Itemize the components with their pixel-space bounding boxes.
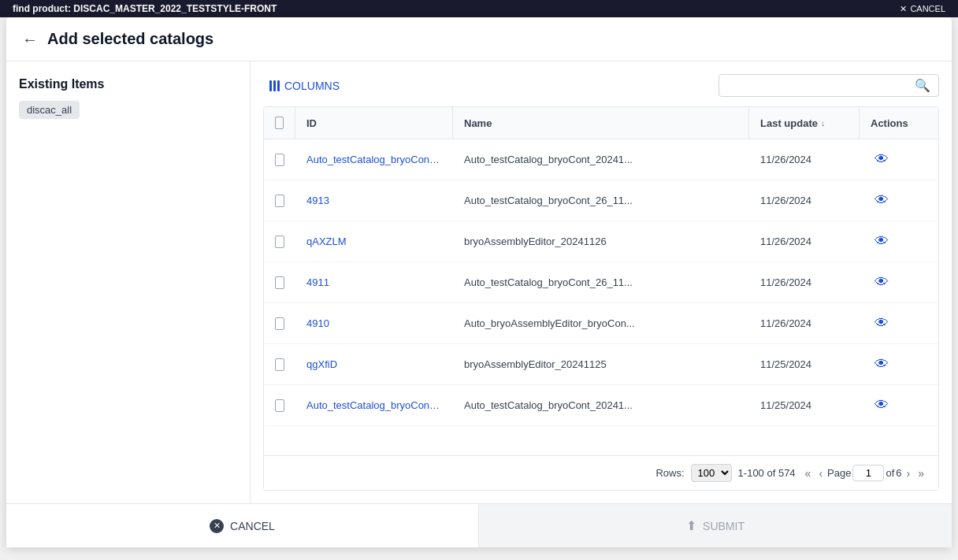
row-id-link[interactable]: Auto_testCatalog_bryoCont2024... [306,154,442,165]
view-icon[interactable]: 👁 [871,395,893,417]
view-icon[interactable]: 👁 [871,190,893,212]
sidebar: Existing Items discac_all [6,61,251,503]
table-body: Auto_testCatalog_bryoCont2024... Auto_te… [264,139,938,455]
row-select-checkbox[interactable] [275,358,284,371]
row-id-link[interactable]: qAXZLM [306,235,347,247]
row-name: Auto_testCatalog_bryoCont_26_11... [453,187,749,214]
row-select-checkbox[interactable] [275,195,284,207]
row-name: bryoAssemblyEditor_20241126 [453,228,749,255]
pagination-range: 1-100 of 574 [738,467,796,479]
search-input[interactable] [727,80,915,92]
row-select-checkbox[interactable] [275,154,284,166]
row-select-checkbox[interactable] [275,317,284,330]
sort-icon: ↓ [821,118,826,128]
row-last-update: 11/26/2024 [749,187,860,214]
cancel-button[interactable]: ✕ CANCEL [6,504,479,547]
table-row: 4911 Auto_testCatalog_bryoCont_26_11... … [264,262,938,303]
row-actions: 👁 [860,305,938,343]
top-bar: find product: DISCAC_MASTER_2022_TESTSTY… [0,0,958,17]
table-row: qgXfiD bryoAssemblyEditor_20241125 11/25… [264,344,938,385]
prev-page-button[interactable]: ‹ [815,465,826,481]
row-last-update: 11/25/2024 [749,350,860,378]
row-select-checkbox[interactable] [275,399,284,412]
data-table: ID Name Last update ↓ Actions [263,106,939,491]
columns-icon [269,80,280,91]
row-checkbox [264,187,295,215]
close-icon: ✕ [900,4,907,14]
row-last-update: 11/26/2024 [749,269,860,296]
dialog-body: Existing Items discac_all COLUMNS 🔍 [6,61,952,503]
back-button[interactable]: ← [22,32,38,47]
sidebar-title: Existing Items [19,77,237,91]
table-row: Auto_testCatalog_bryoCont2024... Auto_te… [264,139,938,180]
columns-label: COLUMNS [284,80,340,92]
dialog-footer: ✕ CANCEL ⬆ SUBMIT [6,503,952,547]
th-id: ID [295,107,453,139]
row-select-checkbox[interactable] [275,276,284,289]
row-id-link[interactable]: 4910 [306,317,329,329]
top-bar-cancel-btn[interactable]: ✕ CANCEL [900,4,945,14]
select-all-checkbox[interactable] [275,117,284,129]
row-id: qgXfiD [295,350,453,378]
upload-icon: ⬆ [686,518,696,533]
pagination-nav: « ‹ Page of 6 › » [802,465,927,481]
row-select-checkbox[interactable] [275,235,284,248]
rows-select[interactable]: 100 [691,464,732,482]
row-name: Auto_testCatalog_bryoCont_20241... [453,391,749,419]
row-id-link[interactable]: 4911 [306,276,329,288]
row-id: qAXZLM [295,228,453,255]
dialog-title: Add selected catalogs [47,30,214,48]
row-actions: 👁 [860,141,938,179]
row-actions: 👁 [860,346,938,384]
next-page-button[interactable]: › [904,465,914,481]
row-id-link[interactable]: Auto_testCatalog_bryoCont2024 [306,399,442,411]
view-icon[interactable]: 👁 [871,149,893,171]
view-icon[interactable]: 👁 [871,231,893,253]
row-last-update: 11/26/2024 [749,228,860,255]
top-bar-cancel-label: CANCEL [910,4,945,13]
th-last-update[interactable]: Last update ↓ [749,107,860,139]
cancel-label: CANCEL [230,520,275,532]
search-icon: 🔍 [915,78,930,93]
table-row: 4913 Auto_testCatalog_bryoCont_26_11... … [264,180,938,221]
row-last-update: 11/26/2024 [749,310,860,337]
row-id: Auto_testCatalog_bryoCont2024 [295,391,453,419]
pagination: Rows: 100 1-100 of 574 « ‹ Page of 6 › » [264,455,938,490]
of-label: of [886,467,894,479]
search-box: 🔍 [718,74,939,97]
top-bar-title: find product: DISCAC_MASTER_2022_TESTSTY… [13,3,277,14]
cancel-circle-icon: ✕ [210,519,224,533]
submit-label: SUBMIT [703,520,744,532]
view-icon[interactable]: 👁 [871,354,893,376]
rows-label: Rows: [655,467,684,479]
table-area: COLUMNS 🔍 ID Name [251,61,952,503]
row-id-link[interactable]: 4913 [306,195,329,206]
row-id: Auto_testCatalog_bryoCont2024... [295,146,453,173]
row-name: Auto_testCatalog_bryoCont_20241... [453,146,749,173]
submit-button[interactable]: ⬆ SUBMIT [479,504,952,547]
row-id: 4911 [295,269,453,296]
row-name: bryoAssemblyEditor_20241125 [453,350,749,378]
page-input[interactable] [852,465,884,481]
view-icon[interactable]: 👁 [871,313,893,335]
th-name: Name [453,107,749,139]
columns-button[interactable]: COLUMNS [263,76,346,95]
last-page-button[interactable]: » [915,465,927,481]
table-row: Auto_testCatalog_bryoCont2024 Auto_testC… [264,385,938,426]
table-row: qAXZLM bryoAssemblyEditor_20241126 11/26… [264,221,938,262]
row-actions: 👁 [860,264,938,302]
row-last-update: 11/25/2024 [749,391,860,419]
total-pages: 6 [896,467,901,479]
view-icon[interactable]: 👁 [871,272,893,294]
row-checkbox [264,310,295,338]
row-id: 4913 [295,187,453,214]
row-checkbox [264,269,295,297]
tag-list: discac_all [19,101,237,119]
row-name: Auto_testCatalog_bryoCont_26_11... [453,269,749,296]
dialog: ← Add selected catalogs Existing Items d… [6,17,952,547]
row-checkbox [264,350,295,379]
row-actions: 👁 [860,223,938,261]
row-checkbox [264,146,295,174]
row-id-link[interactable]: qgXfiD [306,358,337,370]
first-page-button[interactable]: « [802,465,815,481]
